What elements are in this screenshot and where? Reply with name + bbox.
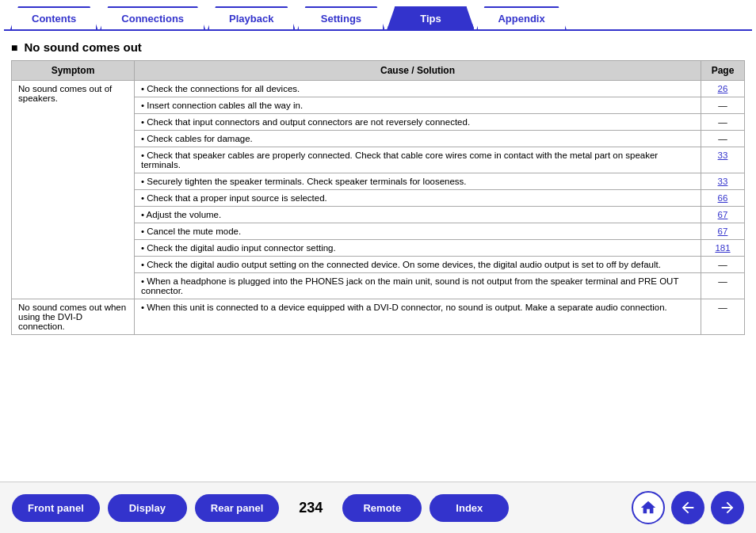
footer: Front panel Display Rear panel 234 Remot… [0, 482, 756, 533]
table-row: No sound comes out when using the DVI-D … [12, 299, 745, 335]
symptom-cell: No sound comes out of speakers. [12, 81, 135, 299]
cause-cell: • Check cables for damage. [135, 131, 701, 147]
tab-contents[interactable]: Contents [10, 6, 97, 29]
cause-cell: • Securely tighten the speaker terminals… [135, 173, 701, 190]
remote-button[interactable]: Remote [342, 494, 422, 522]
tab-settings[interactable]: Settings [297, 6, 384, 29]
home-button[interactable] [632, 491, 665, 524]
arrow-right-icon [719, 499, 736, 516]
main-content: No sound comes out Symptom Cause / Solut… [0, 31, 756, 345]
page-cell: — [701, 273, 745, 299]
navigation-tabs: Contents Connections Playback Settings T… [4, 0, 752, 31]
tab-playback[interactable]: Playback [208, 6, 295, 29]
page-cell: — [701, 131, 745, 147]
table-row: No sound comes out of speakers.• Check t… [12, 81, 745, 97]
tab-appendix[interactable]: Appendix [476, 6, 566, 29]
page-cell: — [701, 114, 745, 131]
page-cell[interactable]: 33 [701, 173, 745, 190]
cause-cell: • Check the digital audio output setting… [135, 257, 701, 273]
symptom-cell: No sound comes out when using the DVI-D … [12, 299, 135, 335]
page-cell[interactable]: 67 [701, 223, 745, 240]
forward-button[interactable] [711, 491, 744, 524]
page-cell[interactable]: 33 [701, 147, 745, 173]
section-title: No sound comes out [11, 40, 745, 54]
col-header-page: Page [701, 61, 745, 81]
cause-cell: • Cancel the mute mode. [135, 223, 701, 240]
cause-cell: • When this unit is connected to a devic… [135, 299, 701, 335]
arrow-left-icon [679, 499, 697, 516]
page-cell: — [701, 97, 745, 114]
cause-cell: • Check that a proper input source is se… [135, 190, 701, 207]
page-cell[interactable]: 26 [701, 81, 745, 97]
index-button[interactable]: Index [430, 494, 509, 522]
col-header-symptom: Symptom [12, 61, 135, 81]
footer-nav-buttons: Front panel Display Rear panel 234 Remot… [12, 494, 509, 522]
cause-cell: • Insert connection cables all the way i… [135, 97, 701, 114]
cause-cell: • Adjust the volume. [135, 207, 701, 223]
cause-cell: • Check the connections for all devices. [135, 81, 701, 97]
page-cell: — [701, 299, 745, 335]
tab-connections[interactable]: Connections [100, 6, 205, 29]
home-icon [640, 499, 657, 516]
rear-panel-button[interactable]: Rear panel [195, 494, 279, 522]
page-cell: — [701, 257, 745, 273]
cause-cell: • Check that input connectors and output… [135, 114, 701, 131]
page-number: 234 [299, 500, 323, 516]
back-button[interactable] [671, 491, 704, 524]
page-cell[interactable]: 67 [701, 207, 745, 223]
cause-cell: • Check the digital audio input connecto… [135, 240, 701, 257]
display-button[interactable]: Display [108, 494, 187, 522]
cause-cell: • When a headphone is plugged into the P… [135, 273, 701, 299]
page-cell[interactable]: 66 [701, 190, 745, 207]
page-cell[interactable]: 181 [701, 240, 745, 257]
tab-tips[interactable]: Tips [387, 6, 474, 29]
troubleshoot-table: Symptom Cause / Solution Page No sound c… [11, 60, 745, 335]
footer-icon-buttons [632, 491, 744, 524]
cause-cell: • Check that speaker cables are properly… [135, 147, 701, 173]
col-header-cause: Cause / Solution [135, 61, 701, 81]
front-panel-button[interactable]: Front panel [12, 494, 100, 522]
